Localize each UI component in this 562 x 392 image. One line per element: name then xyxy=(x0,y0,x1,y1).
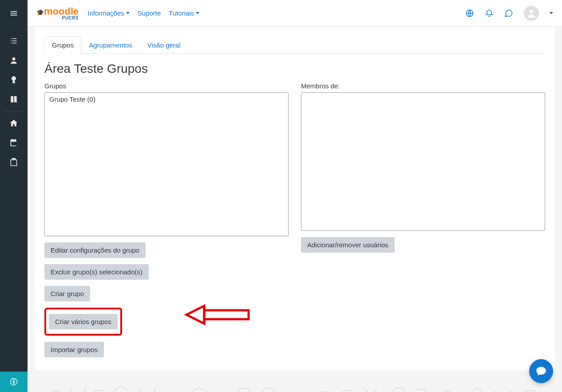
svg-point-12 xyxy=(341,390,353,392)
nav-informacoes[interactable]: Informações xyxy=(87,9,130,17)
nav-tutoriais-label: Tutoriais xyxy=(169,9,194,17)
nav-suporte[interactable]: Suporte xyxy=(138,9,161,17)
delete-groups-button[interactable]: Excluir grupo(s) selecionado(s) xyxy=(44,264,149,280)
columns: Grupos Grupo Teste (0) Editar configuraç… xyxy=(44,82,545,357)
svg-point-15 xyxy=(471,389,483,392)
svg-point-13 xyxy=(392,388,406,392)
content-card: Grupos Agrupamentos Visão geral Área Tes… xyxy=(35,27,555,371)
sidebar-item-participants[interactable] xyxy=(0,51,28,70)
svg-point-1 xyxy=(13,380,15,381)
tabs: Grupos Agrupamentos Visão geral xyxy=(44,36,545,54)
members-label: Membros de: xyxy=(301,82,545,90)
topbar: 🎓moodle PUCRS Informações Suporte Tutori… xyxy=(28,0,562,27)
nav-informacoes-label: Informações xyxy=(87,9,124,17)
tab-visao-geral[interactable]: Visão geral xyxy=(140,36,188,54)
create-multiple-groups-button[interactable]: Criar vários grupos xyxy=(49,314,118,329)
messages-icon[interactable] xyxy=(504,9,513,18)
svg-rect-14 xyxy=(416,389,425,392)
groups-column: Grupos Grupo Teste (0) Editar configuraç… xyxy=(44,82,289,357)
sidebar xyxy=(0,0,28,392)
sidebar-divider xyxy=(4,111,23,111)
tab-grupos[interactable]: Grupos xyxy=(44,36,81,54)
footer-decoration xyxy=(35,380,555,392)
sidebar-item-badges[interactable] xyxy=(0,70,28,90)
groups-label: Grupos xyxy=(44,82,289,90)
topbar-right xyxy=(465,6,553,21)
svg-rect-9 xyxy=(238,388,249,392)
nav-suporte-label: Suporte xyxy=(138,9,161,17)
tab-grupos-label: Grupos xyxy=(52,41,74,49)
sidebar-item-sections[interactable] xyxy=(0,31,28,51)
groups-listbox-item[interactable]: Grupo Teste (0) xyxy=(45,93,288,106)
accessibility-button[interactable] xyxy=(0,372,28,392)
sidebar-item-calendar[interactable] xyxy=(0,133,28,152)
notifications-icon[interactable] xyxy=(485,9,494,18)
tab-agrupamentos[interactable]: Agrupamentos xyxy=(81,36,140,54)
sidebar-item-grades[interactable] xyxy=(0,90,28,109)
hamburger-menu-button[interactable] xyxy=(0,0,28,27)
members-column: Membros de: Adicionar/remover usuários xyxy=(301,82,545,357)
sidebar-item-home[interactable] xyxy=(0,113,28,133)
user-avatar[interactable] xyxy=(524,6,539,21)
sidebar-item-files[interactable] xyxy=(0,152,28,172)
page-title: Área Teste Grupos xyxy=(44,62,545,76)
import-groups-button[interactable]: Importar grupos xyxy=(44,342,104,357)
nav-tutoriais[interactable]: Tutoriais xyxy=(169,9,199,17)
chevron-down-icon xyxy=(196,12,199,14)
logo[interactable]: 🎓moodle PUCRS xyxy=(36,6,79,20)
user-menu-toggle[interactable] xyxy=(550,12,553,14)
tab-visao-geral-label: Visão geral xyxy=(147,41,181,49)
content: Grupos Agrupamentos Visão geral Área Tes… xyxy=(28,0,562,392)
groups-buttons: Editar configurações do grupo Excluir gr… xyxy=(44,242,289,357)
svg-point-7 xyxy=(114,387,129,392)
svg-point-10 xyxy=(262,388,276,392)
chevron-down-icon xyxy=(126,12,130,14)
members-listbox[interactable] xyxy=(301,92,545,231)
create-group-button[interactable]: Criar grupo xyxy=(44,286,90,301)
highlight-annotation: Criar vários grupos xyxy=(44,308,122,336)
edit-group-settings-button[interactable]: Editar configurações do grupo xyxy=(44,242,146,258)
arrow-annotation-icon xyxy=(178,301,253,328)
add-remove-users-button[interactable]: Adicionar/remover usuários xyxy=(301,237,395,253)
language-icon[interactable] xyxy=(465,9,474,18)
groups-listbox[interactable]: Grupo Teste (0) xyxy=(44,92,289,236)
chat-button[interactable] xyxy=(529,359,553,383)
top-nav: Informações Suporte Tutoriais xyxy=(87,9,199,17)
tab-agrupamentos-label: Agrupamentos xyxy=(89,41,132,49)
